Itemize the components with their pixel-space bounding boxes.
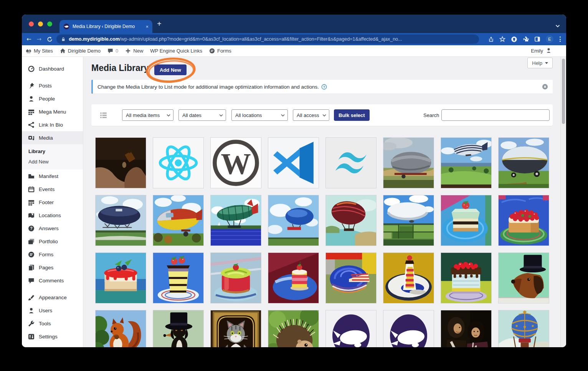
media-type-filter[interactable]: All media items <box>122 109 173 121</box>
sidebar-item-posts[interactable]: Posts <box>22 79 83 92</box>
media-item-airship-white-fields[interactable] <box>383 195 434 246</box>
help-button[interactable]: Help <box>527 58 553 68</box>
sidebar-item-dashboard[interactable]: Dashboard <box>22 62 83 75</box>
bookmark-star-icon[interactable] <box>499 36 505 42</box>
settings-icon <box>28 333 35 340</box>
sidebar-item-label: Pages <box>39 265 53 270</box>
sidebar-gap <box>22 75 83 79</box>
admin-bar-item[interactable]: Dirigible Demo <box>60 48 101 54</box>
sidebar-item-comments[interactable]: Comments <box>22 274 83 287</box>
scrollbar-track[interactable] <box>560 57 566 347</box>
sidebar-item-manifest[interactable]: Manifest <box>22 170 83 183</box>
scrollbar-thumb[interactable] <box>562 59 565 124</box>
media-item-dirigible-logo[interactable] <box>325 310 377 347</box>
media-item-cake-mini-striped[interactable] <box>268 252 319 303</box>
search-input[interactable] <box>441 109 550 121</box>
profile-avatar[interactable]: E <box>546 35 553 43</box>
sidebar-item-people[interactable]: People <box>22 92 83 105</box>
media-item-airship-blue-banner[interactable] <box>268 195 319 246</box>
sidebar-item-tools[interactable]: Tools <box>22 317 83 330</box>
media-item-cake-chocolate-drip-red[interactable] <box>441 252 492 303</box>
media-item-airship-red-yellow[interactable] <box>153 195 204 246</box>
share-icon[interactable] <box>488 36 494 42</box>
location-filter[interactable]: All locations <box>231 109 288 121</box>
media-item-wordpress-logo[interactable]: W <box>210 137 261 188</box>
media-item-airship-green-water[interactable] <box>210 195 261 246</box>
admin-bar-item[interactable]: My Sites <box>26 48 53 54</box>
add-new-button[interactable]: Add New <box>154 64 187 75</box>
sidebar-item-answers[interactable]: ?Answers <box>22 222 83 235</box>
admin-bar-item[interactable]: WP Engine Quick Links <box>150 48 202 54</box>
close-window-button[interactable] <box>29 21 34 26</box>
media-icon <box>28 135 35 141</box>
minimize-window-button[interactable] <box>38 21 43 26</box>
media-item-airship-striped-sky[interactable] <box>441 137 492 188</box>
sidebar-item-link-in-bio[interactable]: Link In Bio <box>22 118 83 131</box>
media-item-hedgehog-photo[interactable] <box>268 310 319 347</box>
new-tab-button[interactable]: + <box>157 20 162 28</box>
url-bar[interactable]: demo.mydirigible.com/wp-admin/upload.php… <box>56 35 479 44</box>
media-item-cake-red-glaze-blueberries[interactable] <box>95 252 146 303</box>
media-item-hands-photo[interactable] <box>95 137 146 188</box>
admin-bar-item[interactable]: Forms <box>209 48 231 54</box>
admin-bar-user[interactable]: Emily <box>531 48 552 54</box>
sidebar-submenu: LibraryAdd New <box>22 144 83 170</box>
media-item-cake-red-green-swirl[interactable] <box>210 252 261 303</box>
sidebar-subitem-add-new[interactable]: Add New <box>22 157 83 167</box>
media-item-airship-cloud-field[interactable] <box>383 137 434 188</box>
admin-bar-item[interactable]: New <box>125 48 143 54</box>
media-item-tailwind-logo[interactable] <box>325 137 377 188</box>
media-item-balloon-montgolfier[interactable] <box>498 310 549 347</box>
media-item-airship-navy-field[interactable] <box>95 195 146 246</box>
sidebar-item-media[interactable]: Media <box>22 131 83 144</box>
sidebar-item-appearance[interactable]: Appearance <box>22 291 83 304</box>
sidebar-panel-icon[interactable] <box>534 36 540 42</box>
forward-button[interactable]: → <box>37 36 42 43</box>
list-view-icon[interactable] <box>100 112 107 120</box>
bulk-select-button[interactable]: Bulk select <box>334 109 370 121</box>
sidebar-item-pages[interactable]: Pages <box>22 261 83 274</box>
sidebar-item-forms[interactable]: Forms <box>22 248 83 261</box>
date-filter[interactable]: All dates <box>178 109 226 121</box>
fullscreen-window-button[interactable] <box>47 21 52 26</box>
media-item-airship-maroon-coast[interactable] <box>325 195 377 246</box>
media-item-cake-slice-strawberry-blue-plate[interactable] <box>441 195 492 246</box>
media-item-airship-ground-large[interactable] <box>498 137 549 188</box>
browser-menu-icon[interactable] <box>559 36 562 43</box>
reload-button[interactable] <box>47 36 53 42</box>
sidebar-item-locations[interactable]: Locations <box>22 209 83 222</box>
media-item-cake-cherries-green-plate[interactable] <box>498 195 549 246</box>
map-icon <box>28 212 35 219</box>
tab-search-chevron-icon[interactable] <box>555 22 560 29</box>
extensions-puzzle-icon[interactable] <box>523 36 529 42</box>
sidebar-item-settings[interactable]: Settings <box>22 330 83 343</box>
media-item-squirrel-painting[interactable] <box>95 310 146 347</box>
media-item-cat-portrait-frame[interactable] <box>210 310 261 347</box>
sidebar-item-users[interactable]: Users <box>22 304 83 317</box>
media-item-react-logo[interactable] <box>153 137 204 188</box>
sidebar-item-mega-menu[interactable]: Mega Menu <box>22 105 83 118</box>
password-extension-icon[interactable] <box>511 36 517 43</box>
media-item-dirigible-logo[interactable] <box>383 310 434 347</box>
browser-tab[interactable]: Media Library ‹ Dirigible Demo × <box>59 20 152 33</box>
back-button[interactable]: ← <box>26 36 31 43</box>
media-item-vscode-logo[interactable] <box>268 137 319 188</box>
comment-icon <box>107 48 113 54</box>
sidebar-item-footer[interactable]: Footer <box>22 196 83 209</box>
sidebar-subitem-library[interactable]: Library <box>22 146 83 157</box>
sidebar-item-label: Manifest <box>39 173 58 179</box>
sidebar-item-events[interactable]: Events <box>22 183 83 196</box>
media-item-dog-top-hat-standing[interactable] <box>153 310 204 347</box>
sidebar-item-portfolio[interactable]: Portfolio <box>22 235 83 248</box>
sidebar-item-label: Events <box>39 186 55 192</box>
media-item-band-photo-vintage[interactable] <box>441 310 492 347</box>
dismiss-notice-icon[interactable] <box>542 84 548 90</box>
help-question-icon[interactable]: ? <box>321 84 327 90</box>
media-item-dog-top-hat-green[interactable] <box>498 252 549 303</box>
media-item-cake-blue-spiral-cut[interactable] <box>325 252 377 303</box>
tab-close-icon[interactable]: × <box>145 24 149 30</box>
access-filter[interactable]: All access <box>293 109 329 121</box>
admin-bar-item[interactable]: 0 <box>107 48 118 54</box>
media-item-cake-yellow-slice-strawberries[interactable] <box>153 252 204 303</box>
media-item-cake-slice-plate[interactable] <box>383 252 434 303</box>
